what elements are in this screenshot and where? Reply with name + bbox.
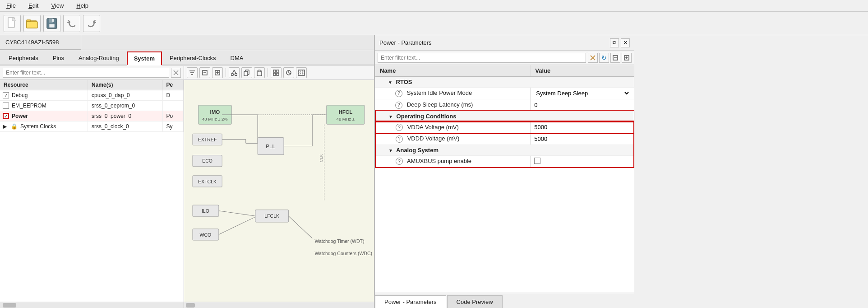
rtos-triangle[interactable]: ▼ xyxy=(388,80,392,85)
prop-col-name: Name xyxy=(375,65,531,77)
redo-button[interactable] xyxy=(83,15,100,32)
close-btn[interactable]: ✕ xyxy=(621,38,630,47)
left-content: Resource Name(s) Pe ✓ Debug xyxy=(0,80,374,308)
menu-edit[interactable]: Edit xyxy=(26,1,41,10)
copy-btn[interactable] xyxy=(241,67,252,78)
table-row: EM_EEPROM srss_0_eeprom_0 xyxy=(0,101,184,111)
clocks-label: System Clocks xyxy=(20,123,56,130)
svg-text:LFCLK: LFCLK xyxy=(264,213,279,219)
prop-col-value: Value xyxy=(531,65,634,77)
right-panel-title: Power - Parameters xyxy=(379,39,432,46)
filter-clear-button[interactable] xyxy=(171,68,181,78)
svg-text:EXTCLK: EXTCLK xyxy=(198,179,217,184)
svg-text:ECO: ECO xyxy=(202,158,212,163)
tab-peripherals[interactable]: Peripherals xyxy=(2,51,45,65)
svg-rect-4 xyxy=(27,22,37,28)
deep-sleep-help[interactable]: ? xyxy=(395,102,402,109)
tab-peripheral-clocks[interactable]: Peripheral-Clocks xyxy=(163,51,223,65)
right-panel-header: Power - Parameters ⧉ ✕ xyxy=(375,35,634,51)
device-tab[interactable]: CY8C4149AZI-S598 xyxy=(0,35,81,50)
tab-pins[interactable]: Pins xyxy=(46,51,71,65)
right-filter-input[interactable] xyxy=(378,53,586,63)
operating-triangle[interactable]: ▼ xyxy=(388,114,393,119)
filter-btn[interactable] xyxy=(187,67,198,78)
clocks-expand[interactable]: ▶ xyxy=(3,123,8,130)
table-row: ✓ Debug cpuss_0_dap_0 D xyxy=(0,90,184,101)
right-panel: Power - Parameters ⧉ ✕ ↻ xyxy=(374,35,634,308)
tab-dma[interactable]: DMA xyxy=(224,51,250,65)
tabs-row: Peripherals Pins Analog-Routing System P… xyxy=(0,50,374,65)
menu-file[interactable]: File xyxy=(4,1,18,10)
section-operating-conditions: ▼ Operating Conditions xyxy=(375,111,634,121)
svg-point-19 xyxy=(231,73,234,75)
expand-btn[interactable] xyxy=(212,67,223,78)
eeprom-checkbox[interactable] xyxy=(3,103,9,109)
svg-rect-24 xyxy=(244,71,248,76)
svg-rect-7 xyxy=(49,24,55,28)
left-filter-input[interactable] xyxy=(3,68,169,78)
idle-power-help[interactable]: ? xyxy=(395,90,402,97)
prop-table: Name Value ▼ RTOS ? xyxy=(375,65,634,293)
svg-line-64 xyxy=(219,211,255,216)
new-button[interactable] xyxy=(4,15,21,32)
tab-power-parameters[interactable]: Power - Parameters xyxy=(375,295,446,308)
power-name: srss_0_power_0 xyxy=(88,111,163,121)
diagram-btn2[interactable] xyxy=(283,67,294,78)
tab-system[interactable]: System xyxy=(127,51,162,65)
diagram-btn3[interactable] xyxy=(296,67,307,78)
analog-triangle[interactable]: ▼ xyxy=(388,148,393,153)
svg-line-33 xyxy=(289,73,291,74)
operating-label: Operating Conditions xyxy=(397,113,457,120)
amuxbus-help[interactable]: ? xyxy=(396,158,403,165)
debug-pe: D xyxy=(162,90,183,101)
menu-help[interactable]: Help xyxy=(74,1,91,10)
power-checkbox[interactable]: ✓ xyxy=(3,113,9,119)
svg-rect-26 xyxy=(258,70,261,72)
section-analog-system: ▼ Analog System xyxy=(375,145,634,155)
vdda-help[interactable]: ? xyxy=(396,124,403,131)
paste-btn[interactable] xyxy=(254,67,265,78)
section-rtos: ▼ RTOS xyxy=(375,77,634,88)
tab-analog-routing[interactable]: Analog-Routing xyxy=(72,51,126,65)
toolbar xyxy=(0,12,868,35)
right-filter-refresh[interactable]: ↻ xyxy=(599,53,609,63)
undo-button[interactable] xyxy=(63,15,80,32)
svg-line-65 xyxy=(219,217,255,234)
idle-power-select[interactable]: System Deep Sleep Active Sleep xyxy=(534,89,630,97)
eeprom-pe xyxy=(162,101,183,111)
deep-sleep-input[interactable] xyxy=(534,102,570,108)
main-container: CY8C4149AZI-S598 Peripherals Pins Analog… xyxy=(0,35,868,308)
menu-view[interactable]: View xyxy=(48,1,66,10)
vddd-label: VDDD Voltage (mV) xyxy=(407,135,460,142)
svg-text:WCO: WCO xyxy=(200,232,212,238)
restore-btn[interactable]: ⧉ xyxy=(610,38,619,47)
svg-text:HFCL: HFCL xyxy=(338,109,352,115)
debug-checkbox[interactable]: ✓ xyxy=(3,92,9,98)
svg-rect-30 xyxy=(277,73,279,75)
right-collapse-all[interactable] xyxy=(610,53,620,63)
vddd-input[interactable] xyxy=(534,135,570,142)
collapse-btn[interactable] xyxy=(199,67,210,78)
right-filter-clear[interactable] xyxy=(588,53,598,63)
idle-power-label: System Idle Power Mode xyxy=(407,89,472,96)
clocks-name: srss_0_clock_0 xyxy=(88,121,163,132)
right-expand-all[interactable] xyxy=(622,53,632,63)
right-filter-row: ↻ xyxy=(375,51,634,65)
vddd-help[interactable]: ? xyxy=(396,135,403,143)
vdda-input[interactable] xyxy=(534,124,570,131)
svg-rect-28 xyxy=(277,70,279,72)
diagram-area[interactable]: IMO 48 MHz ± 2% EXTREF ECO EXTCLK xyxy=(184,80,374,302)
svg-text:IMO: IMO xyxy=(210,109,220,115)
svg-rect-27 xyxy=(273,70,276,72)
svg-rect-34 xyxy=(298,70,305,75)
open-button[interactable] xyxy=(23,15,41,32)
bottom-tabs: Power - Parameters Code Preview xyxy=(375,293,634,308)
save-button[interactable] xyxy=(43,15,60,32)
svg-rect-55 xyxy=(327,105,365,124)
diagram-btn1[interactable] xyxy=(271,67,282,78)
amuxbus-label: AMUXBUS pump enable xyxy=(407,158,471,164)
tab-code-preview[interactable]: Code Preview xyxy=(447,295,503,308)
amuxbus-checkbox[interactable] xyxy=(534,158,540,164)
rtos-label: RTOS xyxy=(396,79,412,85)
cut-btn[interactable] xyxy=(229,67,240,78)
